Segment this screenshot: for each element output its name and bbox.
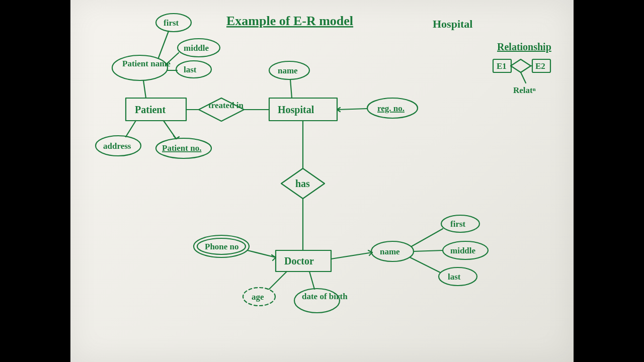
attr-doctor-name-label: name	[380, 247, 400, 256]
attr-d-middle-label: middle	[450, 246, 476, 255]
svg-line-19	[309, 272, 314, 289]
attr-patient-no-label: Patient no.	[162, 143, 201, 153]
legend-e1: E1	[497, 61, 507, 71]
attr-dob-label: date of birth	[302, 292, 348, 301]
rel-treated-in-label: treated in	[208, 101, 244, 110]
svg-line-23	[410, 257, 440, 273]
svg-line-21	[412, 229, 443, 246]
attr-d-last-label: last	[448, 272, 461, 282]
entity-doctor-label: Doctor	[284, 255, 314, 266]
attr-patient-name-label: Patient name	[122, 59, 171, 68]
attr-age-label: age	[252, 292, 264, 302]
whiteboard-paper: Example of E-R model Hospital Relationsh…	[70, 0, 574, 362]
svg-line-5	[158, 31, 169, 58]
attr-d-first-label: first	[450, 219, 466, 229]
legend-heading: Relationship	[497, 41, 551, 53]
svg-line-18	[269, 272, 287, 289]
svg-line-22	[414, 250, 443, 251]
attr-hospital-name-label: name	[278, 66, 298, 75]
attr-address-label: address	[103, 141, 131, 151]
svg-line-20	[331, 252, 372, 259]
attr-reg-no-label: reg. no.	[377, 104, 405, 113]
attr-first-label: first	[164, 18, 179, 28]
corner-note: Hospital	[433, 18, 472, 30]
attr-last-label: last	[184, 65, 197, 74]
er-diagram: Example of E-R model Hospital Relationsh…	[70, 0, 574, 362]
svg-line-8	[126, 121, 136, 137]
rel-has-label: has	[295, 178, 310, 189]
legend-e2: E2	[535, 61, 545, 71]
svg-line-12	[290, 79, 292, 98]
entity-patient-label: Patient	[135, 104, 166, 115]
svg-line-4	[143, 80, 146, 98]
svg-line-13	[337, 109, 367, 110]
diagram-title: Example of E-R model	[226, 14, 353, 28]
legend-relat: Relatⁿ	[513, 85, 536, 95]
svg-line-17	[248, 250, 276, 257]
attr-middle-label: middle	[184, 43, 209, 53]
attr-phone-no-label: Phone no	[205, 242, 239, 251]
legend-relationship: Relationship E1 E2 Relatⁿ	[493, 41, 551, 95]
entity-hospital-label: Hospital	[278, 104, 314, 116]
